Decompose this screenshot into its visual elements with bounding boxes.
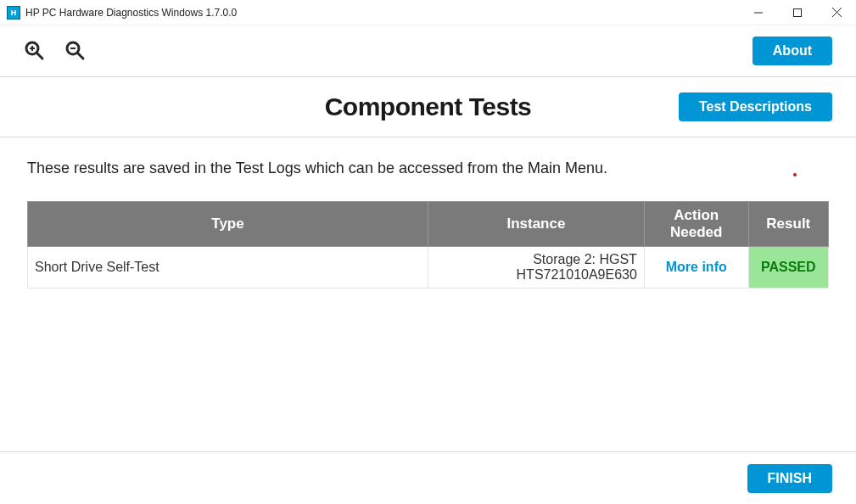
more-info-link[interactable]: More info xyxy=(666,260,727,274)
zoom-in-button[interactable] xyxy=(20,36,49,65)
intro-text: These results are saved in the Test Logs… xyxy=(27,160,829,177)
col-result: Result xyxy=(748,202,828,247)
title-bar: H HP PC Hardware Diagnostics Windows 1.7… xyxy=(0,0,856,25)
close-icon xyxy=(832,8,842,17)
cell-instance: Storage 2: HGST HTS721010A9E630 xyxy=(428,247,645,288)
dot-indicator xyxy=(793,173,797,176)
window-title: HP PC Hardware Diagnostics Windows 1.7.0… xyxy=(25,7,237,19)
zoom-in-icon xyxy=(24,40,46,62)
app-icon: H xyxy=(7,6,20,20)
header-row: Component Tests Test Descriptions xyxy=(0,77,856,137)
results-table: Type Instance Action Needed Result Short… xyxy=(27,201,829,288)
maximize-button[interactable] xyxy=(778,0,817,25)
about-button[interactable]: About xyxy=(752,36,832,65)
col-type: Type xyxy=(28,202,428,247)
footer: FINISH xyxy=(0,451,856,504)
cell-action: More info xyxy=(644,247,748,288)
finish-button[interactable]: FINISH xyxy=(747,464,832,493)
test-descriptions-button[interactable]: Test Descriptions xyxy=(679,92,832,121)
minimize-button[interactable] xyxy=(739,0,778,25)
toolbar: About xyxy=(0,25,856,76)
zoom-out-button[interactable] xyxy=(61,36,90,65)
col-instance: Instance xyxy=(428,202,645,247)
col-action: Action Needed xyxy=(644,202,748,247)
close-button[interactable] xyxy=(817,0,856,25)
content-area: These results are saved in the Test Logs… xyxy=(0,137,856,288)
cell-result: PASSED xyxy=(748,247,828,288)
svg-line-5 xyxy=(36,53,42,59)
maximize-icon xyxy=(793,8,802,17)
svg-line-9 xyxy=(77,53,83,59)
zoom-out-icon xyxy=(64,40,87,62)
minimize-icon xyxy=(754,8,763,17)
table-header-row: Type Instance Action Needed Result xyxy=(28,202,829,247)
table-row: Short Drive Self-Test Storage 2: HGST HT… xyxy=(28,247,829,288)
cell-type: Short Drive Self-Test xyxy=(28,247,428,288)
svg-rect-1 xyxy=(794,8,802,16)
